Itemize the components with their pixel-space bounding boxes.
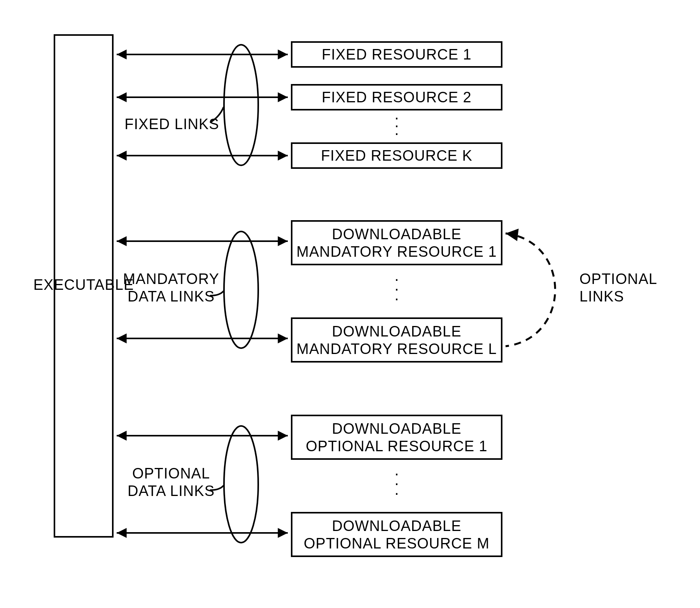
mandatory-links-label-1: MANDATORY	[123, 271, 219, 287]
optional-links-label-1: OPTIONAL	[579, 271, 657, 287]
mandatory-links-label-2: DATA LINKS	[128, 288, 215, 305]
executable-label: EXECUTABLE	[33, 277, 134, 293]
optional-vdots: ·	[394, 484, 399, 501]
fixed-resource-k-label: FIXED RESOURCE K	[321, 147, 472, 164]
optional-links-ellipse	[224, 426, 258, 543]
fixed-vdots: ·	[394, 124, 399, 142]
mandatory-resource-l-label-1: DOWNLOADABLE	[332, 323, 462, 340]
mandatory-resource-1-label-2: MANDATORY RESOURCE 1	[296, 244, 497, 260]
fixed-links-ellipse	[224, 45, 258, 165]
mandatory-resource-1-label-1: DOWNLOADABLE	[332, 226, 462, 242]
mandatory-vdots: ·	[394, 290, 399, 307]
optional-links-label-2: LINKS	[579, 288, 624, 305]
fixed-links-label: FIXED LINKS	[124, 116, 219, 132]
optional-data-links-label-2: DATA LINKS	[128, 483, 215, 499]
optional-resource-1-label-2: OPTIONAL RESOURCE 1	[306, 438, 487, 454]
optional-resource-m-label-1: DOWNLOADABLE	[332, 518, 462, 534]
mandatory-links-ellipse	[224, 231, 258, 348]
optional-data-links-label-1: OPTIONAL	[132, 465, 210, 482]
fixed-resource-2-label: FIXED RESOURCE 2	[322, 89, 472, 105]
optional-resource-m-label-2: OPTIONAL RESOURCE M	[304, 535, 490, 552]
fixed-resource-1-label: FIXED RESOURCE 1	[322, 46, 472, 63]
optional-resource-1-label-1: DOWNLOADABLE	[332, 421, 462, 437]
optional-links-arc	[506, 233, 555, 346]
mandatory-resource-l-label-2: MANDATORY RESOURCE L	[296, 341, 497, 357]
